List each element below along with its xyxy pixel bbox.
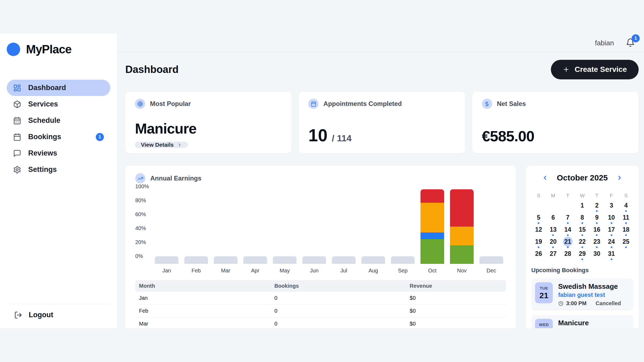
table-cell: $0 bbox=[406, 292, 506, 305]
sidebar-item-bookings[interactable]: Bookings1 bbox=[7, 129, 110, 145]
day-number: 12 bbox=[534, 225, 543, 234]
net-sales-card: Net Sales €585.00 bbox=[472, 92, 639, 153]
x-axis-label: Nov bbox=[447, 268, 477, 274]
calendar-day-11[interactable]: 11 bbox=[619, 213, 633, 225]
earnings-table: MonthBookingsRevenue Jan0$0Feb0$0Mar0$0 bbox=[135, 280, 506, 328]
view-details-button[interactable]: View Details bbox=[135, 142, 188, 148]
table-header-bookings: Bookings bbox=[270, 280, 406, 292]
sidebar-item-schedule[interactable]: Schedule bbox=[7, 112, 110, 129]
calendar-day-5[interactable]: 5 bbox=[531, 213, 546, 225]
booking-item[interactable]: TUE21Swedish Massagefabian guest test3:0… bbox=[531, 279, 633, 310]
calendar-day-29[interactable]: 29 bbox=[575, 249, 590, 261]
logout-label: Logout bbox=[29, 311, 53, 319]
calendar-day-12[interactable]: 12 bbox=[531, 225, 546, 237]
chart-bar-feb bbox=[181, 189, 211, 264]
empty-day-cell bbox=[531, 201, 546, 213]
calendar-day-2[interactable]: 2 bbox=[590, 201, 604, 213]
calendar-day-30[interactable]: 30 bbox=[590, 249, 604, 261]
day-number: 30 bbox=[592, 249, 602, 258]
day-number: 26 bbox=[534, 249, 543, 258]
booking-dot bbox=[581, 246, 583, 248]
calendar-day-13[interactable]: 13 bbox=[546, 225, 560, 237]
calendar-day-14[interactable]: 14 bbox=[561, 225, 575, 237]
chart-y-axis: 100%80%60%40%20%0% bbox=[135, 189, 152, 264]
calendar-day-17[interactable]: 17 bbox=[604, 225, 619, 237]
target-icon bbox=[135, 99, 145, 109]
x-axis-label: Feb bbox=[181, 268, 211, 274]
green-segment bbox=[420, 239, 444, 264]
calendar-day-21[interactable]: 21 bbox=[561, 237, 575, 249]
calendar-day-15[interactable]: 15 bbox=[575, 225, 590, 237]
day-of-week-header: F bbox=[604, 191, 619, 201]
day-of-week-header: S bbox=[619, 191, 633, 201]
calendar-day-20[interactable]: 20 bbox=[546, 237, 560, 249]
calendar-day-18[interactable]: 18 bbox=[619, 225, 633, 237]
calendar-day-31[interactable]: 31 bbox=[604, 249, 619, 261]
calendar-day-9[interactable]: 9 bbox=[590, 213, 604, 225]
booking-day-number: 22 bbox=[539, 327, 548, 328]
calendar-day-26[interactable]: 26 bbox=[531, 249, 546, 261]
booking-customer-link[interactable]: fabian guest test bbox=[558, 291, 621, 298]
chevron-right-icon bbox=[177, 143, 182, 147]
sidebar-item-settings[interactable]: Settings bbox=[7, 161, 110, 178]
calendar-day-22[interactable]: 22 bbox=[575, 237, 590, 249]
annual-earnings-chart: 100%80%60%40%20%0% JanFebMarAprMayJunJul… bbox=[135, 189, 506, 274]
calendar-day-19[interactable]: 19 bbox=[531, 237, 546, 249]
day-number: 20 bbox=[548, 237, 558, 246]
day-number: 5 bbox=[534, 213, 543, 222]
notifications-button[interactable]: 1 bbox=[626, 38, 635, 48]
calendar-prev-button[interactable] bbox=[541, 173, 549, 182]
day-number: 2 bbox=[592, 201, 602, 210]
day-number: 28 bbox=[563, 249, 573, 258]
clock-icon bbox=[558, 301, 564, 306]
calendar-next-button[interactable] bbox=[615, 173, 624, 182]
upcoming-bookings-list: TUE21Swedish Massagefabian guest test3:0… bbox=[531, 279, 633, 328]
booking-item[interactable]: WED22ManicureCustomer2:00 AMPending bbox=[531, 315, 633, 328]
calendar-day-23[interactable]: 23 bbox=[590, 237, 604, 249]
day-number: 6 bbox=[548, 213, 558, 222]
calendar-day-10[interactable]: 10 bbox=[604, 213, 619, 225]
y-axis-tick: 20% bbox=[135, 239, 146, 245]
day-number: 16 bbox=[592, 225, 602, 234]
booking-customer-link[interactable]: Customer bbox=[558, 328, 617, 328]
green-segment bbox=[450, 245, 474, 264]
calendar-day-8[interactable]: 8 bbox=[575, 213, 590, 225]
table-cell: $0 bbox=[406, 305, 506, 317]
calendar-day-24[interactable]: 24 bbox=[604, 237, 619, 249]
logout-button[interactable]: Logout bbox=[7, 311, 110, 319]
chart-bar-nov bbox=[447, 189, 477, 264]
day-of-week-header: T bbox=[561, 191, 575, 201]
appointments-completed-value: 10 bbox=[308, 125, 327, 145]
calendar-day-25[interactable]: 25 bbox=[619, 237, 633, 249]
sidebar-item-services[interactable]: Services bbox=[7, 96, 110, 112]
dashboard-grid-icon bbox=[13, 84, 21, 92]
calendar-day-6[interactable]: 6 bbox=[546, 213, 560, 225]
sidebar-item-reviews[interactable]: Reviews bbox=[7, 145, 110, 161]
create-service-button[interactable]: Create Service bbox=[551, 60, 639, 79]
calendar-day-28[interactable]: 28 bbox=[561, 249, 575, 261]
x-axis-label: Jul bbox=[329, 268, 358, 274]
topbar: fabian 1 bbox=[117, 34, 644, 53]
appointments-total-value: / 114 bbox=[332, 133, 352, 143]
table-row: Feb0$0 bbox=[135, 305, 506, 317]
booking-day-abbr: WED bbox=[539, 322, 549, 327]
calendar-day-7[interactable]: 7 bbox=[561, 213, 575, 225]
calendar-day-1[interactable]: 1 bbox=[575, 201, 590, 213]
empty-month-bar bbox=[243, 256, 267, 264]
sidebar-item-label: Bookings bbox=[28, 133, 61, 141]
day-number: 4 bbox=[621, 201, 631, 210]
x-axis-label: Aug bbox=[358, 268, 388, 274]
day-number: 27 bbox=[548, 249, 558, 258]
booking-day-number: 21 bbox=[539, 291, 548, 300]
sidebar-item-dashboard[interactable]: Dashboard bbox=[7, 80, 110, 96]
calendar-day-16[interactable]: 16 bbox=[590, 225, 604, 237]
calendar-day-4[interactable]: 4 bbox=[619, 201, 633, 213]
x-axis-label: May bbox=[270, 268, 299, 274]
booking-dot bbox=[538, 246, 539, 248]
notification-count-badge: 1 bbox=[632, 34, 640, 42]
day-of-week-header: M bbox=[546, 191, 560, 201]
booking-dot bbox=[625, 234, 627, 236]
calendar-day-3[interactable]: 3 bbox=[604, 201, 619, 213]
calendar-day-27[interactable]: 27 bbox=[546, 249, 560, 261]
table-row: Mar0$0 bbox=[135, 317, 506, 328]
